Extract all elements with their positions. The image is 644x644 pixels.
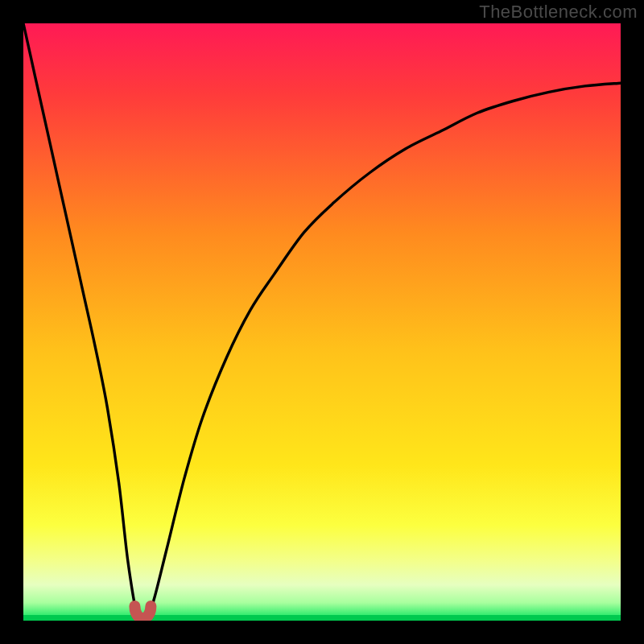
attribution-label: TheBottleneck.com [479,2,638,23]
svg-rect-0 [23,23,621,621]
chart-frame: TheBottleneck.com [0,0,644,644]
background-gradient [23,23,621,621]
plot-area [23,23,621,621]
